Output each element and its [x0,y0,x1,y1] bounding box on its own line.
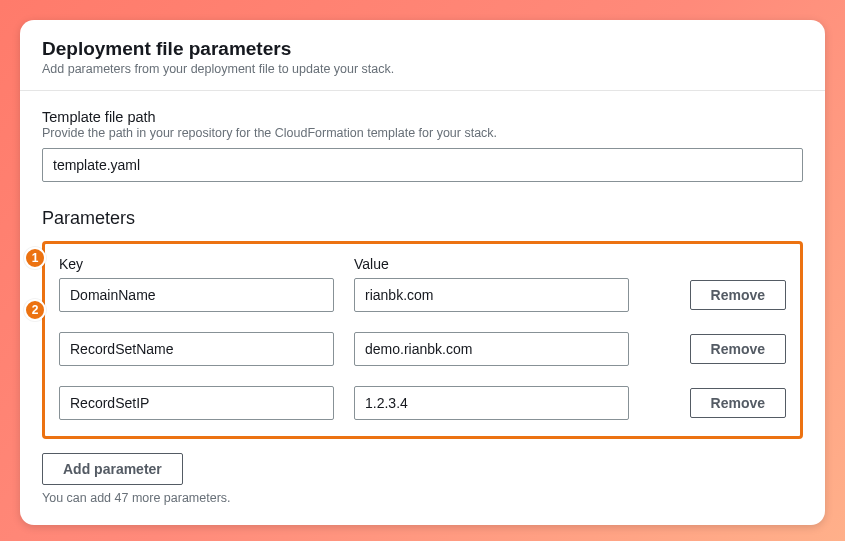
template-path-input[interactable] [42,148,803,182]
card-body: 1 2 Template file path Provide the path … [20,91,825,525]
template-path-label: Template file path [42,109,803,125]
parameters-header: Key Value [59,256,786,272]
deployment-parameters-card: Deployment file parameters Add parameter… [20,20,825,525]
key-column-label: Key [59,256,334,272]
parameters-footer-text: You can add 47 more parameters. [42,491,803,505]
template-path-hint: Provide the path in your repository for … [42,126,803,140]
remove-button[interactable]: Remove [690,280,786,310]
parameters-heading: Parameters [42,208,803,229]
value-column-label: Value [354,256,629,272]
card-title: Deployment file parameters [42,38,803,60]
parameter-row: Remove [59,278,786,312]
parameters-box: Key Value Remove Remove Remove [42,241,803,439]
parameter-value-input[interactable] [354,278,629,312]
card-subtitle: Add parameters from your deployment file… [42,62,803,76]
parameter-row: Remove [59,386,786,420]
add-parameter-button[interactable]: Add parameter [42,453,183,485]
annotation-badge-2: 2 [24,299,46,321]
parameter-key-input[interactable] [59,386,334,420]
remove-button[interactable]: Remove [690,334,786,364]
parameter-value-input[interactable] [354,386,629,420]
parameter-key-input[interactable] [59,278,334,312]
parameter-value-input[interactable] [354,332,629,366]
card-header: Deployment file parameters Add parameter… [20,20,825,91]
remove-button[interactable]: Remove [690,388,786,418]
parameter-row: Remove [59,332,786,366]
parameter-key-input[interactable] [59,332,334,366]
annotation-badge-1: 1 [24,247,46,269]
